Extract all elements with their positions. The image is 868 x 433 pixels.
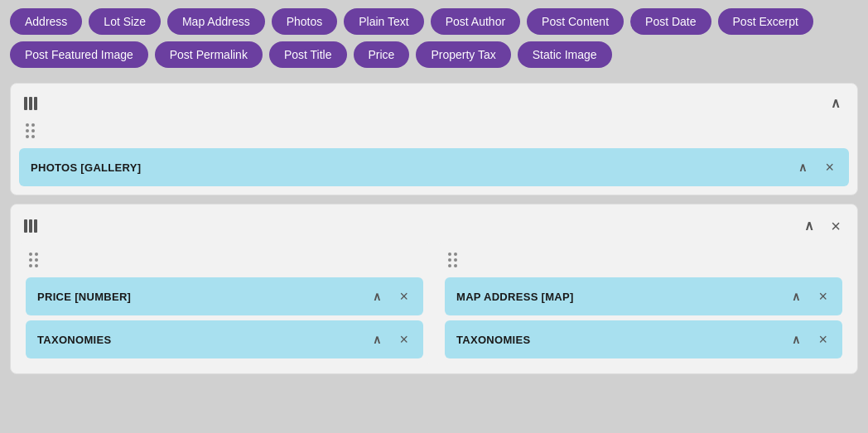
tag-pill-price[interactable]: Price	[354, 41, 410, 68]
section-collapse-btn-section-2[interactable]: ∧	[801, 218, 817, 234]
row-item-photos-gallery: PHOTOS [GALLERY]∧×	[19, 148, 849, 186]
drag-handle[interactable]	[26, 249, 423, 271]
section-close-btn-section-2[interactable]: ×	[827, 216, 844, 236]
section-body-two-col: PRICE [NUMBER]∧×TAXONOMIES∧×MAP ADDRESS …	[19, 243, 849, 365]
tag-pill-post-title[interactable]: Post Title	[269, 41, 347, 68]
row-label-map-address-map: MAP ADDRESS [MAP]	[456, 291, 574, 303]
tag-pill-post-content[interactable]: Post Content	[527, 8, 624, 35]
row-collapse-btn-photos-gallery[interactable]: ∧	[795, 160, 810, 175]
section-header-actions: ∧	[827, 95, 844, 112]
row-item-taxonomies-1: TAXONOMIES∧×	[26, 320, 423, 358]
row-actions: ∧×	[369, 330, 412, 349]
tag-pill-post-permalink[interactable]: Post Permalink	[155, 41, 263, 68]
row-collapse-btn-map-address-map[interactable]: ∧	[788, 289, 803, 304]
row-label-taxonomies-1: TAXONOMIES	[37, 334, 111, 346]
tag-bar: AddressLot SizeMap AddressPhotosPlain Te…	[0, 0, 868, 76]
tag-pill-plain-text[interactable]: Plain Text	[344, 8, 423, 35]
row-collapse-btn-taxonomies-2[interactable]: ∧	[788, 332, 803, 347]
tag-pill-property-tax[interactable]: Property Tax	[416, 41, 510, 68]
section-header: ∧×	[19, 213, 849, 243]
section-card-section-2: ∧×PRICE [NUMBER]∧×TAXONOMIES∧×MAP ADDRES…	[10, 204, 858, 374]
tag-pill-post-date[interactable]: Post Date	[630, 8, 711, 35]
row-close-btn-taxonomies-1[interactable]: ×	[396, 330, 412, 349]
tag-pill-post-author[interactable]: Post Author	[431, 8, 520, 35]
row-collapse-btn-taxonomies-1[interactable]: ∧	[369, 332, 384, 347]
tag-pill-map-address[interactable]: Map Address	[167, 8, 265, 35]
row-close-btn-map-address-map[interactable]: ×	[815, 287, 831, 306]
row-item-price-number: PRICE [NUMBER]∧×	[26, 277, 423, 315]
tag-pill-photos[interactable]: Photos	[272, 8, 338, 35]
section-columns-icon	[24, 219, 37, 233]
row-item-taxonomies-2: TAXONOMIES∧×	[445, 320, 842, 358]
row-actions: ∧×	[369, 287, 412, 306]
section-collapse-btn-section-1[interactable]: ∧	[827, 95, 844, 112]
tag-pill-post-featured-image[interactable]: Post Featured Image	[10, 41, 148, 68]
row-actions: ∧×	[795, 158, 837, 176]
columns-icon	[24, 219, 37, 233]
section-header-actions: ∧×	[801, 216, 844, 236]
row-actions: ∧×	[788, 330, 831, 349]
row-collapse-btn-price-number[interactable]: ∧	[369, 289, 384, 304]
row-close-btn-price-number[interactable]: ×	[396, 287, 412, 306]
row-label-photos-gallery: PHOTOS [GALLERY]	[31, 161, 141, 174]
col-panel-0: PRICE [NUMBER]∧×TAXONOMIES∧×	[19, 243, 430, 365]
section-columns-icon	[24, 97, 37, 110]
col-panel-1: MAP ADDRESS [MAP]∧×TAXONOMIES∧×	[438, 243, 849, 365]
columns-icon	[24, 97, 37, 110]
drag-handle[interactable]	[22, 120, 846, 142]
row-label-price-number: PRICE [NUMBER]	[37, 291, 131, 303]
section-body-single: PHOTOS [GALLERY]∧×	[19, 118, 849, 186]
row-actions: ∧×	[788, 287, 831, 306]
section-card-section-1: ∧PHOTOS [GALLERY]∧×	[10, 83, 858, 195]
tag-pill-static-image[interactable]: Static Image	[518, 41, 612, 68]
tag-pill-post-excerpt[interactable]: Post Excerpt	[718, 8, 813, 35]
tag-pill-address[interactable]: Address	[10, 8, 82, 35]
row-label-taxonomies-2: TAXONOMIES	[456, 334, 530, 346]
section-header: ∧	[19, 92, 849, 118]
tag-pill-lot-size[interactable]: Lot Size	[89, 8, 161, 35]
drag-handle[interactable]	[445, 249, 842, 271]
row-close-btn-photos-gallery[interactable]: ×	[822, 158, 837, 176]
sections-area: ∧PHOTOS [GALLERY]∧×∧×PRICE [NUMBER]∧×TAX…	[0, 76, 868, 381]
row-item-map-address-map: MAP ADDRESS [MAP]∧×	[445, 277, 842, 315]
row-close-btn-taxonomies-2[interactable]: ×	[815, 330, 831, 349]
